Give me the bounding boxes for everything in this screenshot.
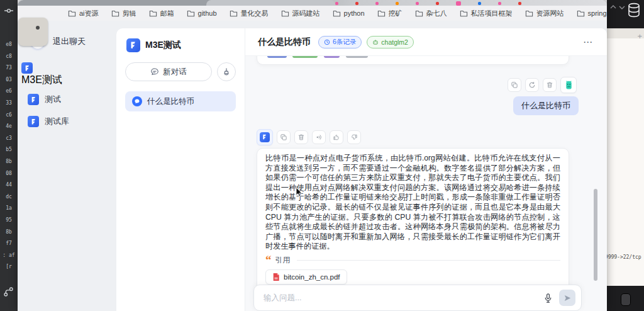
record-dot bbox=[36, 26, 40, 30]
favicon-dot bbox=[416, 2, 419, 5]
exit-chat-label: 退出聊天 bbox=[53, 36, 86, 47]
new-chat-button[interactable]: 新对话 bbox=[125, 62, 212, 81]
tab-favicon-dots bbox=[335, 1, 521, 6]
copy-button[interactable] bbox=[508, 78, 521, 92]
bookmark-folder[interactable]: ai资源 bbox=[68, 9, 99, 18]
user-message-actions bbox=[508, 77, 577, 93]
send-button[interactable] bbox=[559, 290, 575, 306]
thumbs-up-button[interactable] bbox=[330, 130, 343, 144]
ai-message-card: 比特币是一种点对点电子货币系统，由比特币.org网站创建。比特币允许在线支付从一… bbox=[257, 148, 569, 307]
thumbs-down-button[interactable] bbox=[347, 130, 361, 144]
active-tab-top[interactable] bbox=[206, 0, 335, 6]
clear-history-button[interactable] bbox=[217, 62, 236, 81]
folder-icon bbox=[333, 10, 341, 17]
app-logo-icon bbox=[28, 116, 39, 127]
conversation-list: 什么是比特币 bbox=[125, 91, 236, 111]
right-bottom-bar bbox=[607, 286, 644, 311]
bookmark-label: 杂七八 bbox=[426, 9, 447, 18]
bookmark-folders: ai资源 剪辑 邮箱 bbox=[68, 9, 607, 18]
bookmark-label: 量化交易 bbox=[241, 9, 269, 18]
mouse-cursor bbox=[295, 187, 303, 198]
folder-icon bbox=[525, 10, 533, 17]
terminal-hex-line: c3 bbox=[0, 133, 18, 145]
broom-icon bbox=[222, 67, 231, 76]
read-aloud-button[interactable] bbox=[312, 130, 326, 144]
screen: e8c87303e633c64ec3b58b0844dc1a958bf7: af… bbox=[0, 0, 644, 311]
bookmark-folder[interactable]: 杂七八 bbox=[415, 9, 447, 18]
terminal-hex-line: e8 bbox=[0, 39, 18, 51]
favicon-dot bbox=[456, 1, 461, 6]
floating-widget bbox=[18, 18, 48, 46]
records-badge: 6条记录 bbox=[318, 36, 362, 48]
favicon-dot bbox=[518, 2, 521, 5]
trash-icon bbox=[546, 81, 553, 89]
sidebar-app-label: 测试 bbox=[45, 94, 61, 105]
browser-window: ai资源 剪辑 邮箱 bbox=[18, 0, 607, 311]
ai-message-actions bbox=[257, 129, 361, 145]
copy-icon bbox=[280, 133, 287, 141]
bookmark-folder[interactable]: 私活项目框架 bbox=[460, 9, 513, 18]
sidebar-app-label: M3E测试 bbox=[21, 74, 62, 85]
chat-menu-button[interactable]: ⋯ bbox=[583, 37, 593, 48]
bookmark-folder[interactable]: 剪辑 bbox=[111, 9, 136, 18]
new-chat-row: 新对话 bbox=[125, 62, 236, 81]
thumbs-up-icon bbox=[333, 133, 340, 141]
app-list: M3E测试 测试 bbox=[18, 62, 116, 131]
conversation-item[interactable]: 什么是比特币 bbox=[125, 91, 236, 111]
bookmark-folder[interactable]: 资源网站 bbox=[525, 9, 564, 18]
retry-button[interactable] bbox=[525, 78, 539, 92]
app-logo-icon bbox=[28, 94, 39, 105]
user-avatar bbox=[560, 77, 577, 93]
ai-avatar bbox=[257, 129, 273, 145]
bookmark-folder[interactable]: 挖矿 bbox=[377, 9, 402, 18]
app-title: M3E测试 bbox=[145, 40, 181, 51]
bookmark-label: spring bbox=[588, 9, 607, 17]
mic-icon[interactable] bbox=[543, 293, 553, 303]
citation-file-chip[interactable]: bitcoin_zh_cn.pdf bbox=[265, 269, 347, 285]
bookmark-folder[interactable]: 量化交易 bbox=[230, 9, 269, 18]
bookmark-folder[interactable]: spring bbox=[577, 9, 607, 17]
model-icon bbox=[372, 39, 379, 45]
folder-icon bbox=[281, 10, 289, 17]
sidebar-app-item[interactable]: 测试库 bbox=[21, 112, 113, 131]
bookmark-label: 私活项目框架 bbox=[471, 9, 513, 18]
bookmark-label: 邮箱 bbox=[160, 9, 174, 18]
copy-icon bbox=[511, 81, 518, 89]
sound-icon bbox=[315, 133, 323, 141]
app-logo-icon bbox=[260, 132, 270, 142]
bookmark-folder[interactable]: github bbox=[187, 9, 217, 17]
quote-divider bbox=[297, 260, 561, 261]
favicon-dot bbox=[335, 2, 338, 5]
app-logo-icon bbox=[126, 38, 140, 52]
database-icon bbox=[627, 2, 641, 18]
chat-body: 什么是比特币 bbox=[245, 56, 607, 311]
sidebar-app-item[interactable]: M3E测试 bbox=[21, 62, 113, 87]
new-chat-label: 新对话 bbox=[163, 67, 187, 77]
bookmark-label: ai资源 bbox=[79, 9, 99, 18]
branch-icon bbox=[3, 286, 14, 297]
terminal-hex-line: c6 bbox=[0, 110, 18, 122]
terminal-hex-column: e8c87303e633c64ec3b58b0844dc1a958bf7: af… bbox=[0, 39, 18, 273]
message-input[interactable] bbox=[264, 293, 537, 302]
chat-bubble-icon bbox=[150, 67, 159, 76]
terminal-hex-line: 95 bbox=[0, 215, 18, 227]
conversation-label: 什么是比特币 bbox=[147, 96, 194, 107]
delete-button[interactable] bbox=[543, 78, 557, 92]
docker-port-text: :9999->22/tcp bbox=[602, 254, 641, 260]
scroll-notch bbox=[621, 293, 631, 306]
terminal-hex-line: b5 bbox=[0, 144, 18, 156]
delete-button[interactable] bbox=[294, 130, 308, 144]
ai-message-text: 比特币是一种点对点电子货币系统，由比特币.org网站创建。比特币允许在线支付从一… bbox=[265, 154, 560, 252]
bookmark-folder[interactable]: 邮箱 bbox=[149, 9, 174, 18]
right-top-bar bbox=[607, 0, 644, 28]
bookmark-folder[interactable]: 源码建站 bbox=[281, 9, 320, 18]
user-message-bubble: 什么是比特币 bbox=[513, 96, 579, 115]
sidebar-app-item[interactable]: 测试 bbox=[21, 90, 113, 109]
bookmark-folder[interactable]: python bbox=[333, 9, 365, 17]
browser-tab-strip[interactable] bbox=[18, 0, 607, 6]
copy-button[interactable] bbox=[277, 130, 291, 144]
terminal-hex-line: 44 bbox=[0, 179, 18, 191]
folder-icon bbox=[577, 10, 585, 17]
chat-scrollbar[interactable] bbox=[594, 189, 597, 281]
bookmark-label: 源码建站 bbox=[292, 9, 320, 18]
